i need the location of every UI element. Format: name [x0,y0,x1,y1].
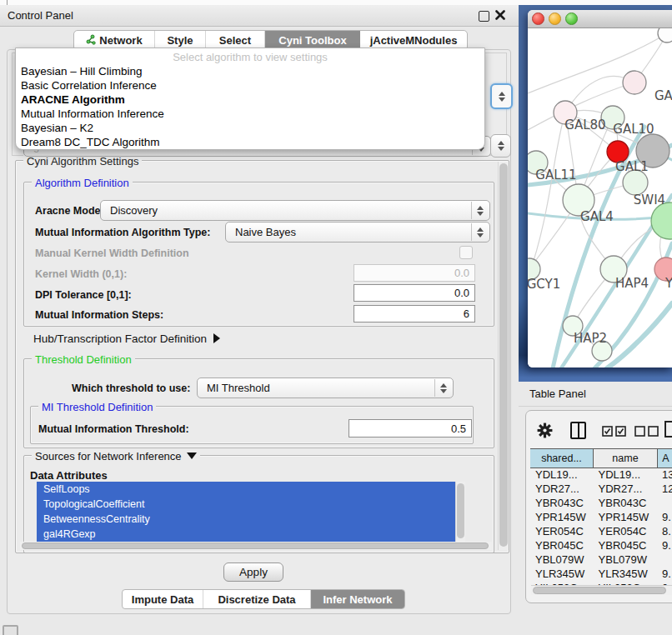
attribute-item-selfloops[interactable]: SelfLoops [37,482,465,497]
column-header-name[interactable]: name [594,448,658,468]
node-swi4[interactable] [651,202,672,239]
table-horizontal-scrollbar[interactable] [531,585,672,595]
float-window-icon[interactable] [479,11,489,22]
table-row[interactable]: YBR045CYBR045C9. [530,539,672,553]
node-label-gal80: GAL80 [564,118,605,132]
table-row[interactable]: YDR27...YDR27...12 [530,482,672,497]
algo-option-dream8-dc-tdc-algorithm[interactable]: Dream8 DC_TDC Algorithm [18,135,484,149]
manual-kernel-label: Manual Kernel Width Definition [35,248,189,259]
which-threshold-combo[interactable]: MI Threshold [197,378,454,398]
dpi-tolerance-label: DPI Tolerance [0,1]: [35,289,132,301]
close-icon[interactable] [495,10,505,20]
function-builder-icon[interactable] [664,421,672,438]
table-row[interactable]: YDL19...YDL19...13 [530,468,672,482]
screenshot-root: Control Panel NetworkStyleSelectCyni Too… [0,0,672,635]
algorithm-dropdown-popup: Select algorithm to view settings Bayesi… [15,48,485,150]
table-row[interactable]: YPR145WYPR145W9. [530,511,672,525]
algo-option-aracne-algorithm[interactable]: ARACNE Algorithm [18,92,484,107]
kernel-width-label: Kernel Width (0,1): [35,268,127,280]
float-panel-icon[interactable] [3,625,18,635]
tab-label: Cyni Toolbox [278,34,346,47]
node-unlabeled[interactable] [658,28,672,42]
mi-steps-value: 6 [464,308,469,320]
data-attributes-label: Data Attributes [30,469,108,482]
node-label-gal10: GAL10 [613,122,654,137]
table-row[interactable]: YER054CYER054C8. [530,525,672,539]
network-canvas[interactable]: GALGAL80GAL10GAL1SWI4GAL11GAL4GCY1HAP4YH… [528,28,672,368]
table-cell: YPR145W [594,511,658,525]
minimize-traffic-light[interactable] [549,12,561,25]
second-combo-stepper[interactable] [490,134,511,158]
apply-button-label: Apply [239,566,268,578]
kernel-width-field[interactable]: 0.0 [354,264,475,282]
table-row[interactable]: YBL079WYBL079W [530,553,672,568]
table-row[interactable]: YLR345WYLR345W9. [530,568,672,582]
table-cell: YDL19... [530,468,594,482]
table-row[interactable]: YBR043CYBR043C [530,497,672,511]
column-header-a[interactable]: A [658,448,672,468]
table-cell: 9. [657,568,672,582]
mi-type-combo[interactable]: Naive Bayes [225,222,490,242]
settings-scrollbar[interactable] [498,162,509,550]
close-traffic-light[interactable] [532,12,544,25]
node-label-gal11: GAL11 [535,168,576,182]
algo-option-basic-correlation-inference[interactable]: Basic Correlation Inference [18,78,484,92]
node-gal[interactable] [623,71,646,94]
column-header-shared[interactable]: shared... [530,448,594,468]
settings-horizontal-scrollbar[interactable] [20,542,492,550]
algorithm-combo-stepper-focused[interactable] [490,83,513,109]
table-panel-titlebar: Table Panel [519,382,672,407]
mi-steps-label: Mutual Information Steps: [35,309,163,321]
algo-option-mutual-information-inference[interactable]: Mutual Information Inference [18,107,484,121]
tab-label: Network [99,34,142,47]
manual-kernel-checkbox[interactable] [459,246,473,259]
algorithm-dropdown-list: Bayesian – Hill ClimbingBasic Correlatio… [18,64,484,149]
attribute-item-betweennesscentrality[interactable]: BetweennessCentrality [37,512,465,527]
aracne-mode-value: Discovery [110,204,158,217]
network-view-window[interactable]: GALGAL80GAL10GAL1SWI4GAL11GAL4GCY1HAP4YH… [528,10,672,368]
sources-group-label: Sources for Network Inference [35,450,182,462]
control-panel-titlebar: Control Panel [0,5,519,27]
apply-button[interactable]: Apply [223,562,283,582]
aracne-mode-combo[interactable]: Discovery [100,200,490,221]
zoom-traffic-light[interactable] [565,12,578,25]
combo-stepper[interactable] [471,202,489,219]
algorithm-dropdown-placeholder: Select algorithm to view settings [16,51,484,64]
table-cell: YBR045C [530,539,594,553]
select-all-checkboxes-icon[interactable] [602,426,627,437]
dpi-tolerance-field[interactable]: 0.0 [354,284,475,302]
sources-group-title[interactable]: Sources for Network Inference [32,450,200,462]
attributes-list-scrollbar[interactable] [455,482,465,542]
bottom-tab-impute-data[interactable]: Impute Data [123,590,203,608]
mi-threshold-field[interactable]: 0.5 [349,419,472,438]
table-cell: 12 [657,482,672,497]
mi-steps-field[interactable]: 6 [354,305,475,322]
which-threshold-label: Which threshold to use: [72,382,190,394]
combo-stepper[interactable] [471,223,489,241]
attribute-item-topologicalcoefficient[interactable]: TopologicalCoefficient [37,497,465,512]
table-cell: YBL079W [530,553,594,568]
table-cell [657,497,672,511]
column-layout-icon[interactable] [570,422,586,439]
attribute-item-gal4rgexp[interactable]: gal4RGexp [37,527,465,542]
gear-icon[interactable] [536,422,554,439]
algorithm-definition-title: Algorithm Definition [32,177,133,189]
tab-label: Select [219,34,251,47]
data-attributes-list: SelfLoopsTopologicalCoefficientBetweenne… [37,482,465,542]
table-cell: YBR043C [594,497,658,511]
network-window-titlebar[interactable] [528,10,672,28]
node-label-y: Y [664,276,672,291]
mi-threshold-label: Mutual Information Threshold: [38,423,189,435]
clear-checkboxes-icon[interactable] [634,426,659,437]
bottom-tab-infer-network[interactable]: Infer Network [311,590,404,608]
hub-definition-toggle[interactable]: Hub/Transcription Factor Definition [33,332,220,345]
algo-option-bayesian-hill-climbing[interactable]: Bayesian – Hill Climbing [18,64,484,78]
bottom-tab-discretize-data[interactable]: Discretize Data [203,590,311,608]
tab-label: Style [167,34,193,47]
network-icon [86,34,99,48]
mi-type-value: Naive Bayes [235,226,296,238]
combo-stepper[interactable] [434,379,452,397]
algo-option-bayesian-k2[interactable]: Bayesian – K2 [18,121,484,135]
control-panel-title: Control Panel [8,9,73,22]
which-threshold-value: MI Threshold [207,382,270,394]
